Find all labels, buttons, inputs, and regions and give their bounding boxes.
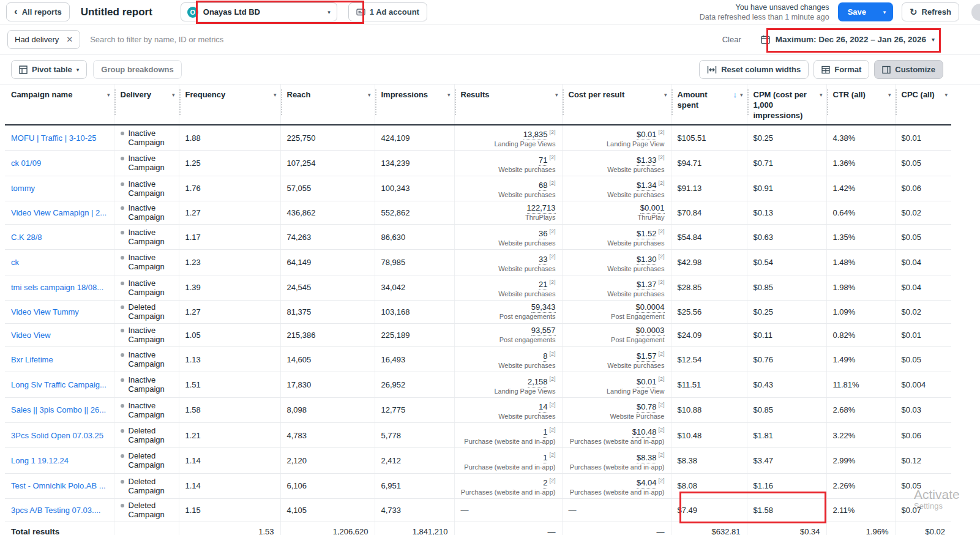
metric-value[interactable]: $10.48 bbox=[632, 427, 657, 438]
metric-value[interactable]: 122,713 bbox=[527, 203, 556, 214]
impressions-cell: 78,985 bbox=[375, 250, 454, 275]
metric-value[interactable]: 93,557 bbox=[531, 326, 556, 336]
save-options-button[interactable]: ▾ bbox=[876, 2, 893, 21]
cost-per-result-cell: $1.37[2]Website purchases bbox=[562, 275, 671, 300]
delivery-cell: InactiveCampaign bbox=[114, 346, 179, 372]
campaign-link[interactable]: Long Slv Traffic Campaig... bbox=[11, 380, 108, 389]
reach-cell: 17,830 bbox=[280, 372, 375, 397]
column-menu-icon[interactable]: ▾ bbox=[820, 92, 823, 98]
metric-value[interactable]: $8.38 bbox=[637, 453, 657, 463]
metric-value[interactable]: $0.0003 bbox=[636, 326, 665, 336]
column-label: Amount spent bbox=[678, 89, 730, 110]
column-menu-icon[interactable]: ▾ bbox=[447, 92, 451, 98]
delivery-status-dot bbox=[121, 378, 124, 382]
campaign-link[interactable]: Bxr Lifetime bbox=[11, 355, 108, 364]
campaign-link[interactable]: C.K 28/8 bbox=[11, 233, 108, 242]
column-menu-icon[interactable]: ▾ bbox=[555, 92, 558, 98]
filter-chip-had-delivery[interactable]: Had delivery ✕ bbox=[7, 30, 80, 49]
column-menu-icon[interactable]: ▾ bbox=[172, 92, 175, 98]
column-menu-icon[interactable]: ▾ bbox=[740, 92, 743, 98]
metric-value[interactable]: $0.0004 bbox=[636, 302, 665, 313]
campaign-link[interactable]: Video View bbox=[11, 331, 108, 340]
table-row: tommyInactiveCampaign1.7657,055100,34368… bbox=[5, 176, 951, 201]
filter-search-input[interactable]: Search to filter by name, ID or metrics bbox=[90, 35, 722, 44]
delivery-type: Campaign bbox=[129, 163, 165, 172]
metric-value[interactable]: $1.37 bbox=[637, 280, 657, 290]
metric-value[interactable]: 13,835 bbox=[523, 130, 548, 140]
metric-label: Website purchases bbox=[461, 290, 556, 298]
cpm-cell: $0.43 bbox=[747, 372, 826, 397]
metric-value[interactable]: 33 bbox=[539, 255, 547, 265]
campaign-link[interactable]: Long 1 19.12.24 bbox=[11, 456, 108, 465]
format-button[interactable]: Format bbox=[814, 60, 869, 79]
metric-value[interactable]: $1.33 bbox=[637, 155, 657, 166]
cpc-cell: $0.01 bbox=[895, 125, 951, 151]
campaign-link[interactable]: tmi sels campaign 18/08... bbox=[11, 283, 108, 292]
reset-column-widths-button[interactable]: Reset column widths bbox=[699, 60, 809, 79]
delivery-type: Campaign bbox=[129, 237, 165, 246]
customize-button[interactable]: Customize bbox=[874, 60, 943, 79]
ad-account-button[interactable]: 1 Ad account bbox=[348, 2, 427, 21]
column-menu-icon[interactable]: ▾ bbox=[944, 92, 948, 98]
all-reports-button[interactable]: ‹ All reports bbox=[6, 2, 70, 21]
remove-filter-icon[interactable]: ✕ bbox=[66, 35, 73, 44]
metric-value[interactable]: $0.001 bbox=[640, 203, 665, 214]
metric-value[interactable]: 2,158 bbox=[528, 377, 548, 387]
business-account-dropdown[interactable]: O Onayas Ltd BD ▾ bbox=[181, 2, 337, 21]
group-breakdowns-button[interactable]: Group breakdowns bbox=[93, 60, 181, 79]
results-cell: 93,557Post engagements bbox=[454, 323, 562, 346]
campaign-link[interactable]: MOFU | Traffic | 3-10-25 bbox=[11, 133, 108, 143]
clear-filters-button[interactable]: Clear bbox=[722, 35, 741, 44]
campaign-link[interactable]: ck 01/09 bbox=[11, 159, 108, 168]
metric-value[interactable]: 1 bbox=[543, 427, 547, 438]
metric-value[interactable]: 8 bbox=[543, 351, 547, 362]
date-range-selector[interactable]: Maximum: Dec 26, 2022 – Jan 26, 2026 ▾ bbox=[755, 30, 941, 49]
results-cell: 71[2]Website purchases bbox=[454, 151, 562, 176]
metric-value[interactable]: $0.01 bbox=[637, 130, 657, 140]
campaign-name-cell: Test - Omnichik Polo.AB ... bbox=[5, 473, 114, 498]
column-menu-icon[interactable]: ▾ bbox=[888, 92, 891, 98]
metric-value[interactable]: $1.34 bbox=[637, 181, 657, 191]
refresh-button[interactable]: ↻ Refresh bbox=[902, 2, 959, 21]
save-button[interactable]: Save bbox=[838, 2, 876, 21]
metric-value[interactable]: $1.52 bbox=[637, 229, 657, 239]
pivot-table-dropdown[interactable]: Pivot table ▾ bbox=[11, 60, 87, 79]
delivery-cell: DeletedCampaign bbox=[114, 498, 179, 522]
metric-value[interactable]: 68 bbox=[539, 181, 547, 191]
column-menu-icon[interactable]: ▾ bbox=[664, 92, 667, 98]
metric-value[interactable]: $0.78 bbox=[637, 402, 657, 413]
column-menu-icon[interactable]: ▾ bbox=[107, 92, 110, 98]
metric-value[interactable]: 14 bbox=[539, 402, 547, 413]
campaign-link[interactable]: 3pcs A/B Testing 07.03.... bbox=[11, 506, 108, 515]
metric-value[interactable]: $1.57 bbox=[637, 351, 657, 362]
ctr-cell: 11.81% bbox=[826, 372, 895, 397]
metric-value[interactable]: 1 bbox=[543, 453, 547, 463]
delivery-type: Campaign bbox=[129, 460, 165, 470]
metric-value[interactable]: $1.30 bbox=[637, 255, 657, 265]
campaign-link[interactable]: Sales || 3pis Combo || 26... bbox=[11, 405, 108, 414]
metric-value[interactable]: $4.04 bbox=[637, 478, 657, 488]
cpm-cell: $1.81 bbox=[747, 422, 826, 447]
campaign-link[interactable]: ck bbox=[11, 258, 108, 267]
column-menu-icon[interactable]: ▾ bbox=[368, 92, 371, 98]
campaign-link[interactable]: Test - Omnichik Polo.AB ... bbox=[11, 481, 108, 490]
metric-value[interactable]: 2 bbox=[543, 478, 547, 488]
delivery-cell: InactiveCampaign bbox=[114, 224, 179, 249]
campaign-link[interactable]: Video View Tummy bbox=[11, 307, 108, 316]
delivery-status-dot bbox=[121, 404, 124, 408]
report-title[interactable]: Untitled report bbox=[81, 6, 152, 18]
metric-value[interactable]: $0.01 bbox=[637, 377, 657, 387]
sort-desc-icon[interactable]: ↓ bbox=[733, 90, 737, 99]
campaign-link[interactable]: tommy bbox=[11, 184, 108, 193]
impressions-cell: 424,109 bbox=[375, 125, 454, 151]
column-menu-icon[interactable]: ▾ bbox=[274, 92, 277, 98]
campaign-link[interactable]: 3Pcs Solid Open 07.03.25 bbox=[11, 431, 108, 440]
campaign-link[interactable]: Video View Camapign | 2... bbox=[11, 208, 108, 217]
metric-value[interactable]: 59,343 bbox=[531, 302, 556, 313]
frequency-cell: 1.15 bbox=[179, 498, 280, 522]
metric-value[interactable]: 36 bbox=[539, 229, 547, 239]
metric-label: Post Engagement bbox=[569, 336, 665, 344]
metric-label: Website purchases bbox=[569, 290, 665, 298]
metric-value[interactable]: 71 bbox=[539, 155, 547, 166]
metric-value[interactable]: 21 bbox=[539, 280, 547, 290]
